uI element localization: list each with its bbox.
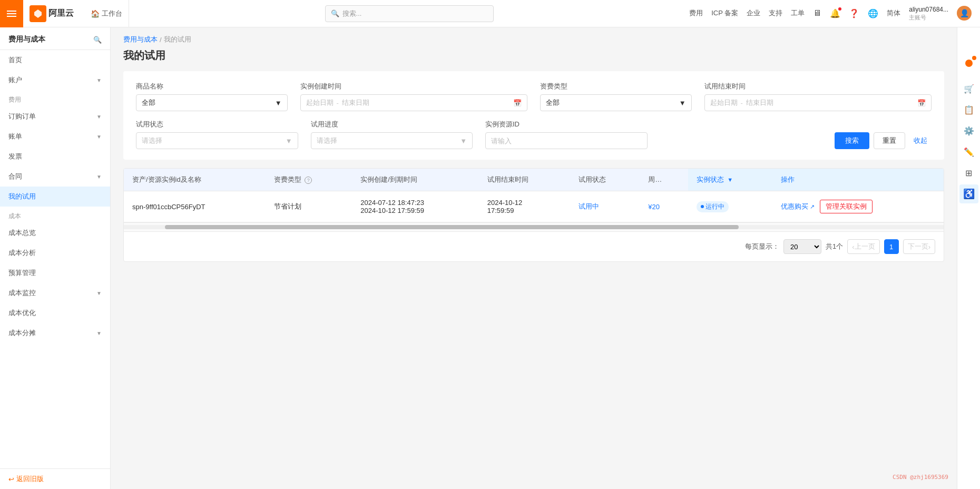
nav-fee[interactable]: 费用 [689,8,703,18]
search-box[interactable]: 🔍 搜索... [325,5,494,22]
fee-type-value: 全部 [546,98,560,107]
sidebar-item-cost-analysis[interactable]: 成本分析 [0,243,110,263]
collapse-button[interactable]: 收起 [909,132,932,149]
trial-end-time: 17:59:59 [487,207,562,214]
user-avatar[interactable]: 👤 [957,6,972,21]
right-sidebar-edit-icon[interactable]: ✏️ [959,142,978,161]
sidebar-item-cost-split[interactable]: 成本分摊 ▼ [0,323,110,343]
sidebar-item-trial[interactable]: 我的试用 [0,187,110,207]
breadcrumb: 费用与成本 / 我的试用 [111,27,957,44]
fee-type-value: 节省计划 [274,202,301,210]
fee-type-info-icon[interactable]: ? [305,177,312,184]
col-instance-id: 资产/资源实例id及名称 [124,169,266,191]
col-actions: 操作 [772,169,944,191]
username: aliyun07684... [909,6,948,14]
chevron-down-icon7: ▼ [275,99,282,107]
trial-end-range[interactable]: 起始日期 - 结束日期 📅 [704,94,932,111]
trial-status-select[interactable]: 请选择 ▼ [136,132,298,149]
sidebar-item-trial-label: 我的试用 [8,192,36,201]
prev-page-button[interactable]: ‹ 上一页 [847,239,879,254]
logo-icon [30,5,46,22]
nav-enterprise[interactable]: 企业 [747,8,760,18]
nav-language[interactable]: 简体 [887,8,900,18]
scrollbar-track [124,225,944,229]
sidebar-item-home[interactable]: 首页 [0,50,110,70]
col-trial-end: 试用结束时间 [479,169,570,191]
search-button[interactable]: 搜索 [835,132,869,149]
sidebar-search-icon[interactable]: 🔍 [93,36,102,44]
instance-id-input[interactable] [485,132,648,149]
chevron-down-icon2: ▼ [96,114,102,120]
sidebar-item-bill[interactable]: 账单 ▼ [0,126,110,146]
running-dot [701,205,704,208]
nav-help[interactable]: ❓ [849,8,859,18]
user-info[interactable]: aliyun07684... 主账号 [909,6,948,22]
nav-workorder[interactable]: 工单 [791,8,805,18]
chevron-down-icon4: ▼ [96,174,102,180]
watermark: CSDN @zhj1695369 [893,474,948,481]
sidebar-title: 费用与成本 [8,35,45,44]
date-sep2: - [741,99,743,107]
page-total: 共1个 [826,242,843,251]
chevron-down-icon8: ▼ [679,99,686,107]
filter-instance-id-label: 实例资源ID [485,120,648,129]
workbench-link[interactable]: 🏠 工作台 [84,0,129,27]
nav-icp[interactable]: ICP 备案 [711,8,738,18]
reset-button[interactable]: 重置 [874,132,905,149]
filter-icon[interactable]: ▼ [727,177,733,183]
hamburger-button[interactable] [0,0,23,27]
right-sidebar-cart-icon[interactable]: 🛒 [959,79,978,98]
pagination: 每页显示： 20 50 100 共1个 ‹ 上一页 1 下一页 › [124,231,944,261]
sidebar-item-cost-monitor[interactable]: 成本监控 ▼ [0,283,110,303]
nav-bell[interactable]: 🔔 [830,8,840,18]
table-wrap: 资产/资源实例id及名称 资费类型 ? 实例创建/到期时间 试用结束时间 试用状… [124,169,944,222]
right-sidebar-table-icon[interactable]: 📋 [959,100,978,119]
sidebar-item-orders[interactable]: 订购订单 ▼ [0,106,110,126]
chevron-down-icon9: ▼ [286,137,292,145]
sidebar-item-cost-optimize[interactable]: 成本优化 [0,303,110,323]
sidebar-item-cost-optimize-label: 成本优化 [8,308,36,318]
page-1-button[interactable]: 1 [884,239,899,254]
trial-progress-select[interactable]: 请选择 ▼ [311,132,473,149]
sidebar-item-budget-label: 预算管理 [8,268,36,278]
sidebar-item-invoice-label: 发票 [8,152,22,161]
right-sidebar-accessibility-icon[interactable]: ♿ [959,184,978,203]
sidebar-collapse-button[interactable]: ◀ [110,248,111,269]
buy-link[interactable]: 优惠购买 ↗ [781,202,815,211]
sidebar-item-invoice[interactable]: 发票 [0,146,110,167]
nav-settings[interactable]: 🌐 [868,8,878,18]
sidebar-item-bill-label: 账单 [8,132,22,141]
filter-fee-type-label: 资费类型 [540,82,692,91]
sidebar-item-account-label: 账户 [8,75,22,85]
right-sidebar-layout-icon[interactable]: ⊞ [959,163,978,182]
sidebar-item-account[interactable]: 账户 ▼ [0,70,110,90]
right-sidebar-gear-icon[interactable]: ⚙️ [959,121,978,140]
filter-product-name: 商品名称 全部 ▼ [136,82,288,111]
fee-type-select[interactable]: 全部 ▼ [540,94,692,111]
cell-instance-status: 运行中 [688,191,772,222]
trial-progress-value: 请选择 [317,136,337,145]
nav-monitor[interactable]: 🖥 [813,8,821,18]
sidebar-item-contract[interactable]: 合同 ▼ [0,167,110,187]
sidebar-item-cost-overview[interactable]: 成本总览 [0,223,110,243]
next-page-button[interactable]: 下一页 › [903,239,935,254]
sidebar-back-button[interactable]: ↩ 返回旧版 [0,468,110,489]
horizontal-scrollbar[interactable] [124,222,944,231]
page-size-select[interactable]: 20 50 100 [783,239,821,254]
sidebar-item-budget[interactable]: 预算管理 [0,263,110,283]
breadcrumb-parent[interactable]: 费用与成本 [123,35,158,44]
manage-instance-button[interactable]: 管理关联实例 [820,200,873,213]
sidebar-item-contract-label: 合同 [8,172,22,181]
sidebar-item-home-label: 首页 [8,55,22,65]
filter-trial-status: 试用状态 请选择 ▼ [136,120,298,149]
date-sep1: - [337,99,339,107]
instance-status-tag: 运行中 [697,201,729,212]
filter-actions: 搜索 重置 收起 [835,132,932,149]
create-time-range[interactable]: 起始日期 - 结束日期 📅 [300,94,527,111]
product-name-select[interactable]: 全部 ▼ [136,94,288,111]
sidebar-item-orders-label: 订购订单 [8,112,36,121]
sidebar-scroll: 首页 账户 ▼ 费用 订购订单 ▼ 账单 ▼ 发票 合同 ▼ [0,50,110,468]
nav-support[interactable]: 支持 [769,8,782,18]
create-time-end: 2024-10-12 17:59:59 [360,207,471,214]
row-actions: 优惠购买 ↗ 管理关联实例 [781,200,935,213]
